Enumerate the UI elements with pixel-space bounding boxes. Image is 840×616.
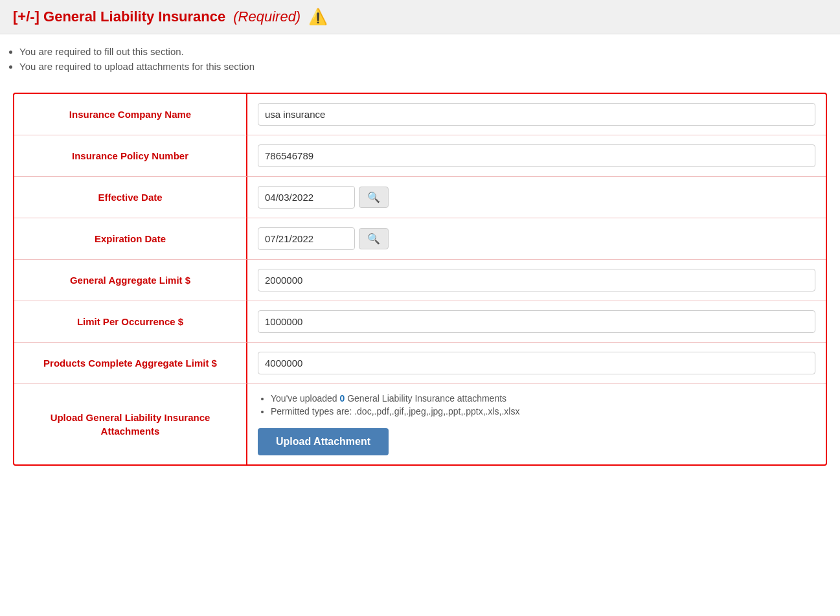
general-aggregate-limit-input[interactable] xyxy=(258,269,815,291)
calendar-icon: 🔍 xyxy=(367,192,380,203)
form-row-expiration-date: Expiration Date 🔍 xyxy=(14,218,826,259)
label-limit-per-occurrence: Limit Per Occurrence $ xyxy=(14,301,247,342)
effective-date-wrapper: 🔍 xyxy=(258,186,389,209)
form-row-policy-number: Insurance Policy Number xyxy=(14,135,826,176)
value-general-aggregate xyxy=(247,259,826,301)
expiration-date-input[interactable] xyxy=(258,227,355,250)
label-products-aggregate: Products Complete Aggregate Limit $ xyxy=(14,342,247,383)
effective-date-input[interactable] xyxy=(258,186,355,209)
upload-attachment-button[interactable]: Upload Attachment xyxy=(258,428,389,455)
form-row-general-aggregate: General Aggregate Limit $ xyxy=(14,259,826,301)
upload-count-info: You've uploaded 0 General Liability Insu… xyxy=(271,393,519,404)
upload-info-list: You've uploaded 0 General Liability Insu… xyxy=(258,393,519,419)
form-row-upload: Upload General Liability Insurance Attac… xyxy=(14,383,826,464)
effective-date-calendar-button[interactable]: 🔍 xyxy=(359,187,389,208)
calendar-icon-2: 🔍 xyxy=(367,233,380,244)
requirement-2: You are required to upload attachments f… xyxy=(19,61,821,72)
upload-section: You've uploaded 0 General Liability Insu… xyxy=(258,393,519,455)
page-title-required: (Required) xyxy=(233,8,301,25)
insurance-policy-number-input[interactable] xyxy=(258,144,815,167)
upload-info-prefix: You've uploaded xyxy=(271,393,339,404)
form-table: Insurance Company Name Insurance Policy … xyxy=(13,93,827,466)
label-expiration-date: Expiration Date xyxy=(14,218,247,259)
page-title-main: [+/-] General Liability Insurance xyxy=(13,8,225,25)
form-row-effective-date: Effective Date 🔍 xyxy=(14,176,826,218)
warning-icon: ⚠️ xyxy=(308,8,328,26)
products-aggregate-limit-input[interactable] xyxy=(258,352,815,374)
limit-per-occurrence-input[interactable] xyxy=(258,310,815,333)
label-general-aggregate: General Aggregate Limit $ xyxy=(14,259,247,301)
value-policy-number xyxy=(247,135,826,176)
upload-info-suffix: General Liability Insurance attachments xyxy=(345,393,506,404)
permitted-types-info: Permitted types are: .doc,.pdf,.gif,.jpe… xyxy=(271,406,519,416)
expiration-date-calendar-button[interactable]: 🔍 xyxy=(359,228,389,249)
main-content: Insurance Company Name Insurance Policy … xyxy=(0,82,840,485)
label-effective-date: Effective Date xyxy=(14,176,247,218)
insurance-company-name-input[interactable] xyxy=(258,103,815,126)
label-policy-number: Insurance Policy Number xyxy=(14,135,247,176)
value-upload: You've uploaded 0 General Liability Insu… xyxy=(247,383,826,464)
requirements-list: You are required to fill out this sectio… xyxy=(0,34,840,82)
value-limit-per-occurrence xyxy=(247,301,826,342)
value-company-name xyxy=(247,94,826,135)
label-company-name: Insurance Company Name xyxy=(14,94,247,135)
value-products-aggregate xyxy=(247,342,826,383)
label-upload: Upload General Liability Insurance Attac… xyxy=(14,383,247,464)
form-row-products-aggregate: Products Complete Aggregate Limit $ xyxy=(14,342,826,383)
value-expiration-date: 🔍 xyxy=(247,218,826,259)
header-bar: [+/-] General Liability Insurance (Requi… xyxy=(0,0,840,34)
form-row-company-name: Insurance Company Name xyxy=(14,94,826,135)
page-wrapper: [+/-] General Liability Insurance (Requi… xyxy=(0,0,840,616)
form-row-limit-per-occurrence: Limit Per Occurrence $ xyxy=(14,301,826,342)
requirement-1: You are required to fill out this sectio… xyxy=(19,46,821,57)
value-effective-date: 🔍 xyxy=(247,176,826,218)
expiration-date-wrapper: 🔍 xyxy=(258,227,389,250)
